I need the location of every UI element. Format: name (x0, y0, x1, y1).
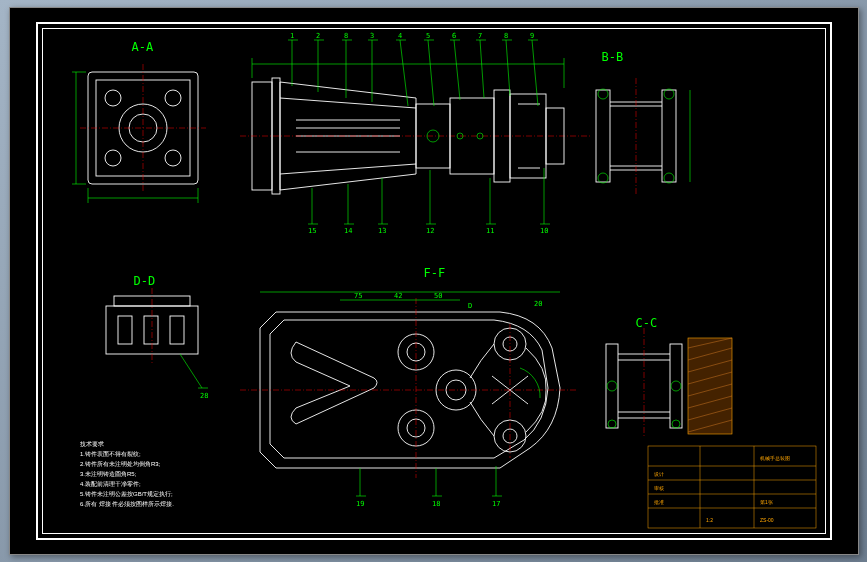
balloon-1: 1 (290, 32, 294, 40)
note-4: 4.装配前清理干净零件; (80, 481, 141, 487)
svg-point-80 (664, 89, 674, 99)
tb-sheet: 第1张 (760, 499, 773, 505)
tb-title: 机械手总装图 (760, 455, 790, 461)
drawing-canvas: A-A B-B C-C D-D F-F (40, 28, 828, 534)
svg-point-6 (105, 150, 121, 166)
balloon-3: 3 (370, 32, 374, 40)
view-cc (606, 328, 732, 438)
dim-ff-a: 75 (354, 292, 362, 300)
balloon-11: 11 (486, 227, 494, 235)
view-ff: 75 42 50 D 20 19 18 17 (240, 292, 576, 508)
svg-point-78 (664, 173, 674, 183)
balloon-4: 4 (398, 32, 402, 40)
tb-number: ZS-00 (760, 517, 774, 523)
balloon-18: 18 (432, 500, 440, 508)
balloon-2: 2 (316, 32, 320, 40)
note-6: 6.所有 焊接 件必须按图样所示焊接. (80, 500, 174, 507)
title-block: 机械手总装图 设计 审核 批准 1:2 ZS-00 第1张 (648, 446, 816, 528)
tb-approved: 批准 (654, 499, 664, 505)
balloon-12: 12 (426, 227, 434, 235)
cad-viewport[interactable]: A-A B-B C-C D-D F-F (9, 7, 859, 555)
note-1: 1.铸件表面不得有裂纹; (80, 451, 141, 457)
svg-line-20 (280, 164, 416, 174)
svg-line-45 (454, 40, 460, 100)
balloon-5: 5 (426, 32, 430, 40)
balloon-28: 28 (200, 392, 208, 400)
balloon-17: 17 (492, 500, 500, 508)
svg-point-133 (608, 420, 616, 428)
svg-line-46 (480, 40, 484, 98)
view-aa (72, 64, 206, 203)
note-2: 2.铸件所有未注明处均倒角R3; (80, 460, 161, 467)
balloon-10: 10 (540, 227, 548, 235)
svg-point-77 (598, 173, 608, 183)
svg-rect-116 (606, 344, 618, 428)
tb-scale: 1:2 (706, 517, 713, 523)
svg-point-4 (105, 90, 121, 106)
tb-drawn: 设计 (654, 471, 664, 477)
dim-ff-b: 42 (394, 292, 402, 300)
svg-line-89 (180, 354, 202, 388)
view-bb (596, 78, 690, 194)
balloon-19: 19 (356, 500, 364, 508)
svg-rect-87 (170, 316, 184, 344)
drawing-svg: 1 2 8 3 4 5 6 7 8 9 15 14 13 12 (40, 28, 830, 538)
svg-point-79 (598, 89, 608, 99)
balloon-14: 14 (344, 227, 352, 235)
svg-point-5 (165, 90, 181, 106)
balloon-13: 13 (378, 227, 386, 235)
balloon-15: 15 (308, 227, 316, 235)
balloon-6: 6 (452, 32, 456, 40)
svg-point-132 (671, 381, 681, 391)
svg-rect-136 (648, 446, 816, 528)
svg-rect-85 (118, 316, 132, 344)
balloon-9: 9 (530, 32, 534, 40)
technical-notes: 技术要求 1.铸件表面不得有裂纹; 2.铸件所有未注明处均倒角R3; 3.未注明… (79, 441, 174, 507)
svg-point-7 (165, 150, 181, 166)
svg-rect-72 (662, 90, 676, 182)
view-main-top: 1 2 8 3 4 5 6 7 8 9 15 14 13 12 (240, 32, 590, 235)
svg-point-134 (672, 420, 680, 428)
svg-point-131 (607, 381, 617, 391)
tb-checked: 审核 (654, 485, 664, 491)
svg-line-47 (506, 40, 510, 96)
svg-line-44 (428, 40, 434, 106)
label-d-top: D (468, 302, 472, 310)
balloon-8a: 8 (344, 32, 348, 40)
svg-line-19 (280, 98, 416, 108)
view-dd: 28 (106, 288, 208, 400)
balloon-7: 7 (478, 32, 482, 40)
note-5: 5.铸件未注明公差按GB/T规定执行; (80, 490, 173, 497)
note-3: 3.未注明铸造圆角R5; (80, 470, 137, 477)
dim-ff-e: 20 (534, 300, 542, 308)
svg-rect-117 (670, 344, 682, 428)
dim-ff-c: 50 (434, 292, 442, 300)
balloon-8b: 8 (504, 32, 508, 40)
svg-rect-71 (596, 90, 610, 182)
svg-line-48 (532, 40, 538, 106)
svg-rect-86 (144, 316, 158, 344)
note-title: 技术要求 (79, 441, 104, 447)
